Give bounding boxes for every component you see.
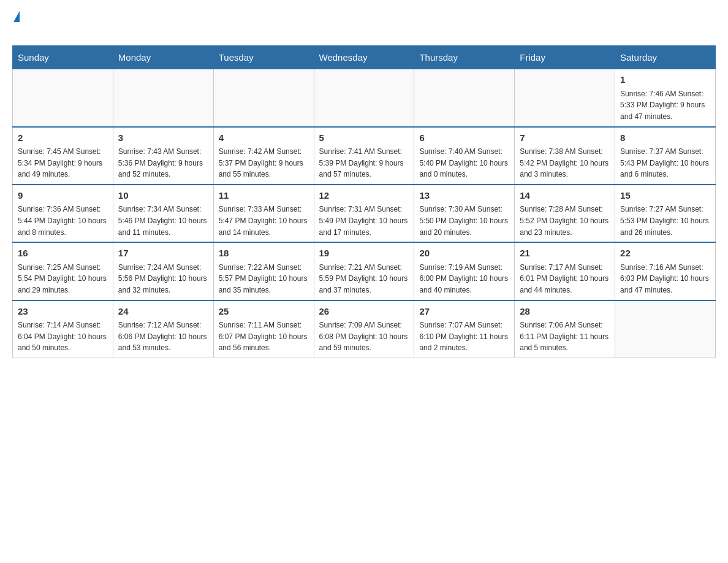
calendar-cell: 24Sunrise: 7:12 AM Sunset: 6:06 PM Dayli… xyxy=(113,301,213,358)
calendar-cell xyxy=(615,301,716,358)
day-info: Sunrise: 7:07 AM Sunset: 6:10 PM Dayligh… xyxy=(419,320,509,354)
calendar-cell: 16Sunrise: 7:25 AM Sunset: 5:54 PM Dayli… xyxy=(13,242,113,300)
day-number: 21 xyxy=(520,247,610,261)
day-info: Sunrise: 7:25 AM Sunset: 5:54 PM Dayligh… xyxy=(18,262,108,296)
calendar-cell: 26Sunrise: 7:09 AM Sunset: 6:08 PM Dayli… xyxy=(314,301,414,358)
calendar-week-2: 2Sunrise: 7:45 AM Sunset: 5:34 PM Daylig… xyxy=(13,127,716,185)
day-number: 20 xyxy=(419,247,509,261)
day-number: 13 xyxy=(419,189,509,203)
calendar-header-row: SundayMondayTuesdayWednesdayThursdayFrid… xyxy=(13,46,716,69)
calendar-cell: 6Sunrise: 7:40 AM Sunset: 5:40 PM Daylig… xyxy=(414,127,515,185)
calendar-cell: 8Sunrise: 7:37 AM Sunset: 5:43 PM Daylig… xyxy=(615,127,716,185)
calendar-cell: 11Sunrise: 7:33 AM Sunset: 5:47 PM Dayli… xyxy=(213,185,314,242)
day-info: Sunrise: 7:27 AM Sunset: 5:53 PM Dayligh… xyxy=(620,204,710,238)
day-info: Sunrise: 7:34 AM Sunset: 5:46 PM Dayligh… xyxy=(118,204,208,238)
weekday-header-friday: Friday xyxy=(515,46,615,69)
day-info: Sunrise: 7:16 AM Sunset: 6:03 PM Dayligh… xyxy=(620,262,710,296)
weekday-header-sunday: Sunday xyxy=(13,46,113,69)
calendar-cell xyxy=(213,69,314,127)
day-number: 6 xyxy=(419,131,509,145)
day-number: 3 xyxy=(118,131,208,145)
day-number: 16 xyxy=(18,247,108,261)
day-info: Sunrise: 7:17 AM Sunset: 6:01 PM Dayligh… xyxy=(520,262,610,296)
day-info: Sunrise: 7:43 AM Sunset: 5:36 PM Dayligh… xyxy=(118,146,208,180)
day-info: Sunrise: 7:45 AM Sunset: 5:34 PM Dayligh… xyxy=(18,146,108,180)
weekday-header-thursday: Thursday xyxy=(414,46,515,69)
day-number: 15 xyxy=(620,189,710,203)
day-number: 12 xyxy=(319,189,409,203)
calendar-cell xyxy=(515,69,615,127)
weekday-header-monday: Monday xyxy=(113,46,213,69)
calendar-cell: 5Sunrise: 7:41 AM Sunset: 5:39 PM Daylig… xyxy=(314,127,414,185)
day-number: 2 xyxy=(18,131,108,145)
day-info: Sunrise: 7:36 AM Sunset: 5:44 PM Dayligh… xyxy=(18,204,108,238)
day-info: Sunrise: 7:28 AM Sunset: 5:52 PM Dayligh… xyxy=(520,204,610,238)
day-info: Sunrise: 7:06 AM Sunset: 6:11 PM Dayligh… xyxy=(520,320,610,354)
calendar-cell: 15Sunrise: 7:27 AM Sunset: 5:53 PM Dayli… xyxy=(615,185,716,242)
calendar-cell: 25Sunrise: 7:11 AM Sunset: 6:07 PM Dayli… xyxy=(213,301,314,358)
day-number: 19 xyxy=(319,247,409,261)
day-info: Sunrise: 7:21 AM Sunset: 5:59 PM Dayligh… xyxy=(319,262,409,296)
calendar-cell: 2Sunrise: 7:45 AM Sunset: 5:34 PM Daylig… xyxy=(13,127,113,185)
day-number: 22 xyxy=(620,247,710,261)
weekday-header-saturday: Saturday xyxy=(615,46,716,69)
calendar-cell: 10Sunrise: 7:34 AM Sunset: 5:46 PM Dayli… xyxy=(113,185,213,242)
day-info: Sunrise: 7:30 AM Sunset: 5:50 PM Dayligh… xyxy=(419,204,509,238)
day-info: Sunrise: 7:19 AM Sunset: 6:00 PM Dayligh… xyxy=(419,262,509,296)
calendar-cell: 4Sunrise: 7:42 AM Sunset: 5:37 PM Daylig… xyxy=(213,127,314,185)
calendar-week-1: 1Sunrise: 7:46 AM Sunset: 5:33 PM Daylig… xyxy=(13,69,716,127)
day-info: Sunrise: 7:11 AM Sunset: 6:07 PM Dayligh… xyxy=(219,320,309,354)
day-number: 8 xyxy=(620,131,710,145)
calendar-cell: 12Sunrise: 7:31 AM Sunset: 5:49 PM Dayli… xyxy=(314,185,414,242)
weekday-header-wednesday: Wednesday xyxy=(314,46,414,69)
day-info: Sunrise: 7:24 AM Sunset: 5:56 PM Dayligh… xyxy=(118,262,208,296)
day-info: Sunrise: 7:09 AM Sunset: 6:08 PM Dayligh… xyxy=(319,320,409,354)
day-info: Sunrise: 7:31 AM Sunset: 5:49 PM Dayligh… xyxy=(319,204,409,238)
day-number: 1 xyxy=(620,73,710,87)
calendar-cell: 18Sunrise: 7:22 AM Sunset: 5:57 PM Dayli… xyxy=(213,242,314,300)
calendar-cell: 21Sunrise: 7:17 AM Sunset: 6:01 PM Dayli… xyxy=(515,242,615,300)
calendar-cell: 9Sunrise: 7:36 AM Sunset: 5:44 PM Daylig… xyxy=(13,185,113,242)
day-info: Sunrise: 7:12 AM Sunset: 6:06 PM Dayligh… xyxy=(118,320,208,354)
day-number: 17 xyxy=(118,247,208,261)
day-number: 5 xyxy=(319,131,409,145)
day-number: 10 xyxy=(118,189,208,203)
calendar-week-4: 16Sunrise: 7:25 AM Sunset: 5:54 PM Dayli… xyxy=(13,242,716,300)
day-number: 25 xyxy=(219,305,309,319)
calendar-cell: 28Sunrise: 7:06 AM Sunset: 6:11 PM Dayli… xyxy=(515,301,615,358)
day-info: Sunrise: 7:41 AM Sunset: 5:39 PM Dayligh… xyxy=(319,146,409,180)
calendar-cell: 13Sunrise: 7:30 AM Sunset: 5:50 PM Dayli… xyxy=(414,185,515,242)
calendar-cell: 19Sunrise: 7:21 AM Sunset: 5:59 PM Dayli… xyxy=(314,242,414,300)
calendar-cell: 20Sunrise: 7:19 AM Sunset: 6:00 PM Dayli… xyxy=(414,242,515,300)
calendar-cell: 23Sunrise: 7:14 AM Sunset: 6:04 PM Dayli… xyxy=(13,301,113,358)
day-info: Sunrise: 7:37 AM Sunset: 5:43 PM Dayligh… xyxy=(620,146,710,180)
day-info: Sunrise: 7:22 AM Sunset: 5:57 PM Dayligh… xyxy=(219,262,309,296)
calendar-cell: 17Sunrise: 7:24 AM Sunset: 5:56 PM Dayli… xyxy=(113,242,213,300)
calendar-cell xyxy=(314,69,414,127)
calendar-cell xyxy=(113,69,213,127)
logo-triangle-icon xyxy=(13,11,20,22)
day-info: Sunrise: 7:40 AM Sunset: 5:40 PM Dayligh… xyxy=(419,146,509,180)
day-number: 28 xyxy=(520,305,610,319)
day-info: Sunrise: 7:14 AM Sunset: 6:04 PM Dayligh… xyxy=(18,320,108,354)
day-number: 24 xyxy=(118,305,208,319)
day-info: Sunrise: 7:42 AM Sunset: 5:37 PM Dayligh… xyxy=(219,146,309,180)
calendar-week-5: 23Sunrise: 7:14 AM Sunset: 6:04 PM Dayli… xyxy=(13,301,716,358)
day-info: Sunrise: 7:46 AM Sunset: 5:33 PM Dayligh… xyxy=(620,88,710,123)
day-number: 27 xyxy=(419,305,509,319)
calendar-cell: 7Sunrise: 7:38 AM Sunset: 5:42 PM Daylig… xyxy=(515,127,615,185)
logo xyxy=(12,12,20,39)
calendar-cell: 1Sunrise: 7:46 AM Sunset: 5:33 PM Daylig… xyxy=(615,69,716,127)
day-number: 7 xyxy=(520,131,610,145)
calendar-table: SundayMondayTuesdayWednesdayThursdayFrid… xyxy=(12,45,716,358)
day-number: 26 xyxy=(319,305,409,319)
calendar-cell xyxy=(13,69,113,127)
day-number: 9 xyxy=(18,189,108,203)
day-info: Sunrise: 7:33 AM Sunset: 5:47 PM Dayligh… xyxy=(219,204,309,238)
day-number: 4 xyxy=(219,131,309,145)
weekday-header-tuesday: Tuesday xyxy=(213,46,314,69)
day-number: 23 xyxy=(18,305,108,319)
calendar-cell: 27Sunrise: 7:07 AM Sunset: 6:10 PM Dayli… xyxy=(414,301,515,358)
calendar-week-3: 9Sunrise: 7:36 AM Sunset: 5:44 PM Daylig… xyxy=(13,185,716,242)
calendar-cell: 22Sunrise: 7:16 AM Sunset: 6:03 PM Dayli… xyxy=(615,242,716,300)
